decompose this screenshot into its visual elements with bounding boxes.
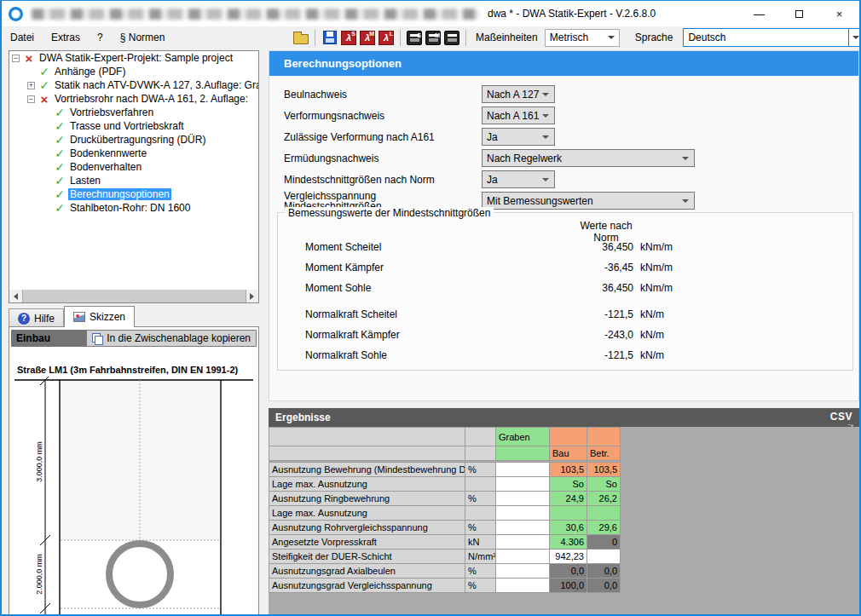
tree-expander-icon[interactable] [12, 55, 20, 62]
pdf-export-button[interactable]: λM [360, 31, 375, 45]
tree-item[interactable]: DWA Statik-Expert-Projekt: Sample projec… [9, 51, 258, 65]
result-betr-cell: So [587, 477, 620, 491]
tree-item[interactable]: Stahlbeton-Rohr: DN 1600 [9, 201, 258, 215]
tree-item-label[interactable]: Stahlbeton-Rohr: DN 1600 [68, 202, 192, 214]
design-value: 36,450 [561, 282, 633, 294]
units-select[interactable]: Metrisch [545, 29, 620, 47]
tree-item-label[interactable]: Anhänge (PDF) [53, 66, 127, 78]
form-select[interactable]: Ja [482, 128, 555, 146]
menu-item[interactable]: § Normen [112, 28, 174, 47]
tree-item[interactable]: Anhänge (PDF) [9, 65, 258, 78]
design-value-unit: kNm/m [633, 262, 685, 273]
design-value: -121,5 [561, 349, 633, 361]
form-select[interactable]: Nach A 127 [482, 85, 555, 103]
result-betr-cell: 26,2 [587, 492, 620, 505]
result-graben-cell [496, 564, 549, 578]
tree-item[interactable]: Vortriebsverfahren [9, 106, 258, 119]
result-unit-cell [465, 477, 495, 491]
scrollbar-thumb[interactable] [22, 290, 246, 302]
header-cell-empty [269, 446, 465, 460]
form-label: Ermüdungsnachweis [284, 153, 378, 164]
minimize-button[interactable]: — [739, 1, 779, 26]
pipe-cross-section [109, 544, 170, 605]
menu-item[interactable]: Extras [43, 28, 89, 47]
tree-item[interactable]: Statik nach ATV-DVWK-A 127, 3.Auflage: G… [9, 78, 258, 92]
scroll-right-arrow[interactable] [246, 290, 258, 302]
print-button[interactable] [444, 31, 459, 45]
dim-label-cover: 3.000,0 mm [35, 441, 43, 482]
maximize-button[interactable] [779, 1, 819, 26]
tab-skizzen[interactable]: Skizzen [64, 306, 135, 327]
result-betr-cell: 103,5 [587, 463, 620, 476]
tree-item-label[interactable]: Druckübertragungsring (DÜR) [68, 134, 207, 146]
design-value-label: Normalkraft Scheitel [305, 308, 561, 320]
tree-item[interactable]: Trasse und Vortriebskraft [9, 119, 258, 133]
tree-item[interactable]: Bodenkennwerte [9, 147, 258, 160]
form-row: Ermüdungsnachweis Nach Regelwerk [269, 147, 858, 169]
csv-export-button[interactable]: CSV → [830, 412, 852, 421]
close-icon: × [836, 8, 843, 20]
print-button[interactable]: S [407, 31, 422, 45]
result-label-cell: Ausnutzung Bewehrung (Mindestbewehrung D… [269, 463, 465, 476]
tab-hilfe[interactable]: ? Hilfe [9, 308, 64, 327]
form-select[interactable]: Nach Regelwerk [482, 149, 695, 167]
result-bau-cell: 100,0 [550, 579, 587, 592]
form-select[interactable]: Ja [482, 170, 555, 188]
options-form: Beulnachweis Nach A 127 Verformungsnachw… [269, 83, 858, 211]
pdf-size-badge: M [369, 31, 374, 37]
copy-icon [92, 333, 102, 343]
tree-expander-icon[interactable] [27, 95, 35, 103]
tree-item-label[interactable]: Berechnungsoptionen [68, 188, 171, 200]
form-select-value: Mit Bemessungswerten [487, 195, 593, 207]
app-logo-icon [9, 7, 23, 21]
form-label: Beulnachweis [284, 89, 347, 100]
menu-item[interactable]: Datei [2, 28, 43, 47]
tree-item-label[interactable]: Statik nach ATV-DVWK-A 127, 3.Auflage: G… [53, 79, 259, 91]
design-value-unit: kN/m [633, 329, 685, 341]
menu-item[interactable]: ? [89, 28, 112, 47]
pdf-export-button[interactable]: λL [378, 31, 394, 45]
tree-item[interactable]: Bodenverhalten [9, 160, 258, 174]
image-icon [73, 312, 85, 322]
print-button[interactable]: M [425, 31, 441, 45]
tree-item[interactable]: Berechnungsoptionen [9, 187, 258, 201]
close-button[interactable]: × [819, 1, 859, 26]
tree-item[interactable]: Druckübertragungsring (DÜR) [9, 133, 258, 147]
options-panel-header: Berechnungsoptionen [269, 51, 858, 76]
result-betr-cell: 29,6 [587, 521, 620, 534]
result-graben-cell [496, 535, 549, 549]
tree-horizontal-scrollbar[interactable] [9, 290, 258, 302]
tree-item-label[interactable]: Vortriebsrohr nach DWA-A 161, 2. Auflage… [53, 93, 250, 105]
tree-item-label[interactable]: Trasse und Vortriebskraft [68, 120, 186, 132]
maximize-icon [795, 10, 803, 18]
tree-item-label[interactable]: Bodenverhalten [68, 161, 143, 173]
result-graben-cell [496, 477, 549, 491]
dropdown-arrow-button[interactable] [848, 29, 861, 46]
save-button[interactable] [321, 30, 338, 45]
help-icon: ? [18, 313, 30, 325]
scroll-left-arrow[interactable] [9, 290, 22, 302]
copy-to-clipboard-button[interactable]: In die Zwischenablage kopieren [86, 330, 257, 347]
tree-item-label[interactable]: Bodenkennwerte [68, 147, 148, 159]
design-values-groupbox: Bemessungswerte der Mindestschnittgrößen… [277, 212, 853, 371]
chevron-down-icon [852, 36, 859, 39]
tree-item[interactable]: Vortriebsrohr nach DWA-A 161, 2. Auflage… [9, 92, 258, 106]
chevron-down-icon [542, 178, 549, 181]
tree-item-label[interactable]: Lasten [68, 175, 102, 187]
open-file-button[interactable] [292, 30, 309, 45]
results-table-body: Ausnutzung Bewehrung (Mindestbewehrung D… [269, 462, 621, 593]
design-value-unit: kNm/m [633, 282, 685, 294]
result-label-cell: Ausnutzung Rohrvergleichsspannung [269, 521, 465, 534]
pdf-export-buttons: λSλMλL [341, 31, 394, 45]
results-title: Ergebnisse [275, 412, 830, 423]
open-folder-icon [293, 34, 309, 44]
tree-expander-icon[interactable] [27, 82, 35, 89]
tree-item-label[interactable]: Vortriebsverfahren [68, 107, 155, 118]
tree-item-label[interactable]: DWA Statik-Expert-Projekt: Sample projec… [38, 52, 234, 64]
pdf-export-button[interactable]: λS [341, 31, 356, 45]
language-select[interactable]: Deutsch [683, 28, 861, 47]
pdf-size-badge: L [390, 31, 393, 37]
form-select[interactable]: Nach A 161 [482, 107, 555, 124]
tree-item[interactable]: Lasten [9, 174, 258, 187]
form-select[interactable]: Mit Bemessungswerten [482, 192, 695, 210]
